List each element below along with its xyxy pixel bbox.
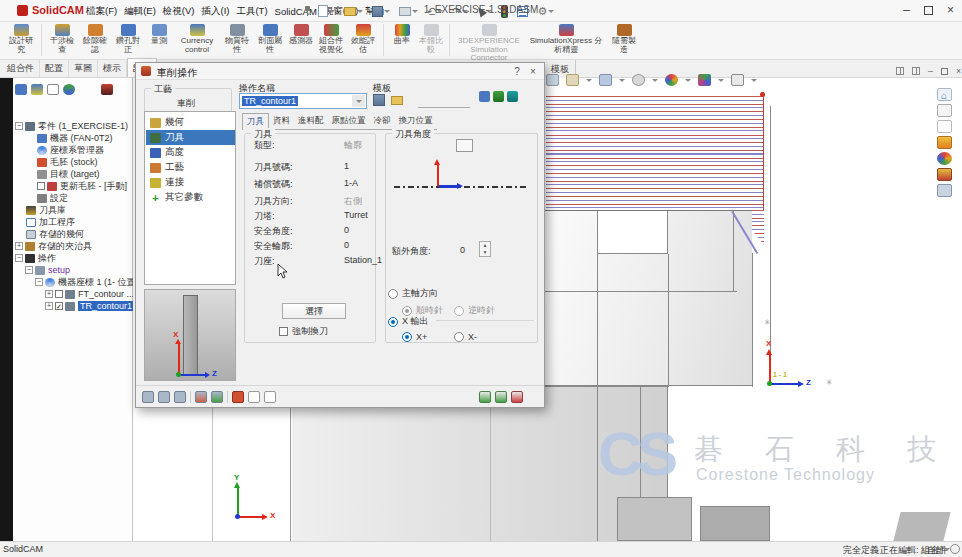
collapse-icon[interactable]: − <box>15 254 23 262</box>
task-pane-button[interactable] <box>517 6 528 17</box>
tree-item-operations[interactable]: −操作 <box>13 252 133 264</box>
pin-menu-icon[interactable] <box>303 6 311 16</box>
doc-restore-button[interactable] <box>941 68 948 75</box>
dialog-close-button[interactable]: × <box>526 65 540 78</box>
ribbon-performance-evaluation[interactable]: 效能評估 <box>348 24 378 54</box>
ribbon-clearance-verify[interactable]: 餘隙確認 <box>80 24 110 54</box>
expand-icon[interactable]: + <box>15 242 23 250</box>
doc-close-button[interactable]: × <box>956 66 961 76</box>
menu-file[interactable]: 檔案(F) <box>86 5 117 18</box>
ribbon-curvature[interactable]: 曲率 <box>389 24 415 46</box>
apply-icon[interactable] <box>479 391 491 403</box>
coordinate-icon[interactable] <box>47 84 59 95</box>
minimize-button[interactable]: – <box>903 3 910 17</box>
tab-markup[interactable]: 標示 <box>98 59 127 77</box>
checkbox-unchecked[interactable] <box>55 290 63 298</box>
tree-item-setup[interactable]: −setup <box>13 264 133 276</box>
tree-item-settings[interactable]: 設定 <box>13 192 133 204</box>
exit-icon[interactable] <box>511 391 523 403</box>
dialog-title-bar[interactable]: 車削操作 ? × <box>136 63 544 80</box>
menu-edit[interactable]: 編輯(E) <box>124 5 156 18</box>
ribbon-mass-properties[interactable]: 物質特性 <box>222 24 252 54</box>
select-button[interactable] <box>477 6 492 16</box>
doc-minimize-button[interactable]: – <box>928 66 933 76</box>
new-window-icon[interactable] <box>912 67 920 75</box>
page-levels[interactable]: 高度 <box>146 145 235 160</box>
spin-up-icon[interactable]: ▲ <box>480 242 490 249</box>
combo-dropdown-button[interactable] <box>352 95 365 107</box>
solidcam-tool-icon[interactable] <box>937 168 952 181</box>
gcode-all-icon[interactable] <box>264 391 276 403</box>
section-view-icon[interactable] <box>566 74 579 86</box>
tree-item-target[interactable]: 目標 (target) <box>13 168 133 180</box>
hide-show-items-icon[interactable] <box>665 74 678 86</box>
operation-name-combobox[interactable]: TR_contour1 <box>239 93 367 109</box>
tab-home-position[interactable]: 原點位置 <box>328 113 370 130</box>
simulate-host-icon[interactable] <box>211 391 223 403</box>
menu-insert[interactable]: 插入(I) <box>201 5 229 18</box>
world-view-icon[interactable] <box>63 84 75 95</box>
tree-item-geometry[interactable]: 存儲的幾何 <box>13 228 133 240</box>
redo-button[interactable]: ↷ <box>452 5 468 17</box>
expand-icon[interactable]: + <box>45 302 53 310</box>
checkbox-unchecked[interactable] <box>37 182 45 190</box>
tree-item-tr-contour1[interactable]: +✓TR_contour1 ...T1 <box>13 300 133 312</box>
page-tool[interactable]: 刀具 <box>146 130 235 145</box>
tool-preview-pane[interactable]: X Z <box>144 289 236 381</box>
ribbon-measure[interactable]: 量測 <box>146 24 172 46</box>
tree-item-fixture[interactable]: +存儲的夾治具 <box>13 240 133 252</box>
tree-display-icon[interactable] <box>15 84 27 95</box>
display-style-icon[interactable] <box>632 74 645 86</box>
copy-operation-icon[interactable] <box>479 91 490 102</box>
tree-item-machine[interactable]: 機器 (FAN-0T2) <box>13 132 133 144</box>
extra-angle-spinner[interactable]: ▲ ▼ <box>479 241 491 257</box>
close-button[interactable]: × <box>947 3 954 17</box>
page-misc-params[interactable]: +其它參數 <box>146 190 235 205</box>
edit-appearance-icon[interactable] <box>698 74 711 86</box>
save-button[interactable] <box>372 6 390 17</box>
x-plus-radio[interactable]: X+ <box>402 332 427 342</box>
appearance-wheel-icon[interactable] <box>937 152 952 165</box>
open-doc-button[interactable] <box>344 7 363 16</box>
collapse-icon[interactable]: − <box>15 122 23 130</box>
view-settings-icon[interactable] <box>731 74 744 86</box>
import-operation-icon[interactable] <box>493 91 504 102</box>
new-doc-button[interactable] <box>318 5 335 17</box>
tree-item-part[interactable]: −零件 (1_EXERCISE-1) <box>13 120 133 132</box>
home-view-icon[interactable]: ⌂ <box>937 88 952 101</box>
restore-button[interactable] <box>924 6 933 15</box>
sync-operation-icon[interactable] <box>507 91 518 102</box>
x-minus-radio[interactable]: X- <box>454 332 477 342</box>
expand-icon[interactable]: + <box>45 290 53 298</box>
menu-view[interactable]: 檢視(V) <box>163 5 195 18</box>
tree-item-stock[interactable]: 毛胚 (stock) <box>13 156 133 168</box>
ribbon-sensor[interactable]: 感測器 <box>288 24 314 46</box>
ribbon-hole-alignment[interactable]: 鑽孔對正 <box>113 24 143 54</box>
print-button[interactable] <box>399 7 418 16</box>
tool-angle-image-button[interactable] <box>456 139 473 152</box>
counterclockwise-radio[interactable]: 逆時針 <box>454 304 495 317</box>
collapse-icon[interactable]: − <box>35 278 43 286</box>
ribbon-currency-control[interactable]: Currency control <box>175 24 219 54</box>
menu-tools[interactable]: 工具(T) <box>236 5 267 18</box>
save-calculate-icon[interactable] <box>158 391 170 403</box>
ribbon-section-properties[interactable]: 剖面屬性 <box>255 24 285 54</box>
options-button[interactable]: ⚙ <box>537 5 554 17</box>
tab-assembly[interactable]: 組合件 <box>2 59 40 77</box>
sheet-icon[interactable] <box>937 120 952 133</box>
page-link[interactable]: 連接 <box>146 175 235 190</box>
gcode-icon[interactable] <box>248 391 260 403</box>
tree-item-update-stock[interactable]: 更新毛胚 - [手動] <box>13 180 133 192</box>
x-output-radio[interactable]: X 輸出 <box>388 315 429 328</box>
ribbon-manufacture-on-demand[interactable]: 隨需製造 <box>609 24 639 54</box>
status-custom-dropdown[interactable]: 自訂 <box>927 544 945 557</box>
rebuild-status-button[interactable] <box>501 5 508 18</box>
ribbon-interference-check[interactable]: 干涉檢查 <box>47 24 77 54</box>
view-cube-icon[interactable] <box>937 104 952 117</box>
force-tool-change-checkbox[interactable]: 強制換刀 <box>279 325 328 338</box>
cam-part-icon[interactable] <box>101 84 113 95</box>
tree-item-process[interactable]: 加工程序 <box>13 216 133 228</box>
select-tool-button[interactable]: 選擇 <box>282 303 346 319</box>
save-operation-icon[interactable] <box>142 391 154 403</box>
tree-item-tool-library[interactable]: 刀具庫 <box>13 204 133 216</box>
